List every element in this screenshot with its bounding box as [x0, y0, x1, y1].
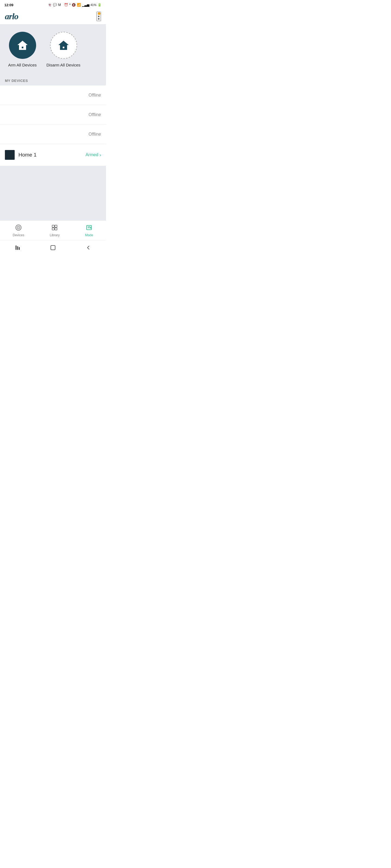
bluetooth-icon: *	[69, 3, 71, 7]
battery-icon: 🔋	[97, 3, 102, 7]
disarm-all-button[interactable]: Disarm All Devices	[47, 32, 80, 67]
mode-panel: Arm All Devices Disarm All Devices	[0, 24, 106, 75]
status-time: 12:09	[4, 3, 13, 7]
arm-home-icon	[16, 38, 29, 52]
arm-all-button[interactable]: Arm All Devices	[8, 32, 37, 67]
wifi-icon: 📶	[77, 3, 81, 7]
home1-status: Armed	[86, 152, 98, 157]
bottom-nav: Devices Library	[0, 220, 106, 240]
my-devices-title: MY DEVICES	[5, 79, 28, 83]
device-status: Offline	[88, 132, 101, 137]
tab-devices[interactable]: Devices	[7, 223, 30, 238]
svg-rect-17	[51, 246, 55, 250]
arm-label: Arm All Devices	[8, 63, 37, 67]
mute-icon: 🔇	[72, 3, 76, 7]
menu-button[interactable]	[96, 12, 101, 21]
svg-rect-0	[21, 48, 24, 50]
android-nav	[0, 240, 106, 254]
device-row[interactable]: Offline	[0, 124, 106, 144]
arm-icon-circle	[9, 32, 36, 59]
device-row[interactable]: Offline	[0, 105, 106, 124]
android-back-button[interactable]	[83, 244, 94, 251]
status-icons: 👻 💬 M ⏰ * 🔇 📶 ▁▃▅ 41% 🔋	[48, 3, 102, 7]
gmail-icon: M	[58, 3, 61, 7]
svg-rect-1	[62, 48, 65, 50]
app-logo: arlo	[5, 11, 18, 22]
messenger-icon: 💬	[53, 3, 57, 7]
home1-device-left: Home 1	[5, 150, 37, 160]
snapchat-icon: 👻	[48, 3, 52, 7]
page-wrapper: 12:09 👻 💬 M ⏰ * 🔇 📶 ▁▃▅ 41% 🔋 arlo	[0, 0, 106, 254]
home1-name: Home 1	[19, 152, 37, 158]
battery-percent: 41%	[90, 3, 96, 6]
svg-rect-5	[52, 225, 54, 227]
svg-rect-15	[17, 246, 18, 250]
device-status: Offline	[88, 112, 101, 117]
library-nav-label: Library	[50, 233, 60, 237]
device-status: Offline	[88, 93, 101, 98]
bottom-fill	[0, 166, 106, 220]
home1-device-row[interactable]: Home 1 Armed ›	[0, 144, 106, 166]
library-nav-icon	[51, 224, 58, 232]
mode-buttons: Arm All Devices Disarm All Devices	[8, 32, 80, 67]
device-row[interactable]: Offline	[0, 86, 106, 105]
notification-dot	[98, 12, 101, 15]
signal-icon: ▁▃▅	[82, 3, 89, 7]
svg-rect-7	[52, 228, 54, 230]
svg-rect-14	[16, 246, 17, 250]
home1-chevron-icon: ›	[100, 152, 101, 158]
android-home-button[interactable]	[48, 244, 58, 251]
alarm-icon: ⏰	[64, 3, 68, 7]
svg-point-4	[18, 227, 19, 228]
mode-nav-icon	[86, 224, 92, 232]
tab-mode[interactable]: Mode	[80, 223, 99, 238]
devices-nav-icon	[15, 224, 22, 232]
home1-thumbnail	[5, 150, 15, 160]
devices-nav-label: Devices	[13, 233, 24, 237]
disarm-icon-circle	[50, 32, 77, 59]
disarm-label: Disarm All Devices	[47, 63, 80, 67]
device-list: Offline Offline Offline Home 1 Armed ›	[0, 86, 106, 166]
status-bar: 12:09 👻 💬 M ⏰ * 🔇 📶 ▁▃▅ 41% 🔋	[0, 0, 106, 9]
tab-library[interactable]: Library	[44, 223, 65, 238]
svg-rect-16	[19, 247, 20, 250]
android-recents-button[interactable]	[12, 244, 23, 251]
home1-status-right: Armed ›	[86, 152, 101, 158]
my-devices-header: MY DEVICES	[0, 75, 106, 86]
svg-rect-8	[55, 228, 57, 230]
disarm-home-icon	[57, 38, 70, 52]
svg-rect-6	[55, 225, 57, 227]
app-header: arlo	[0, 9, 106, 24]
mode-nav-label: Mode	[85, 233, 93, 237]
